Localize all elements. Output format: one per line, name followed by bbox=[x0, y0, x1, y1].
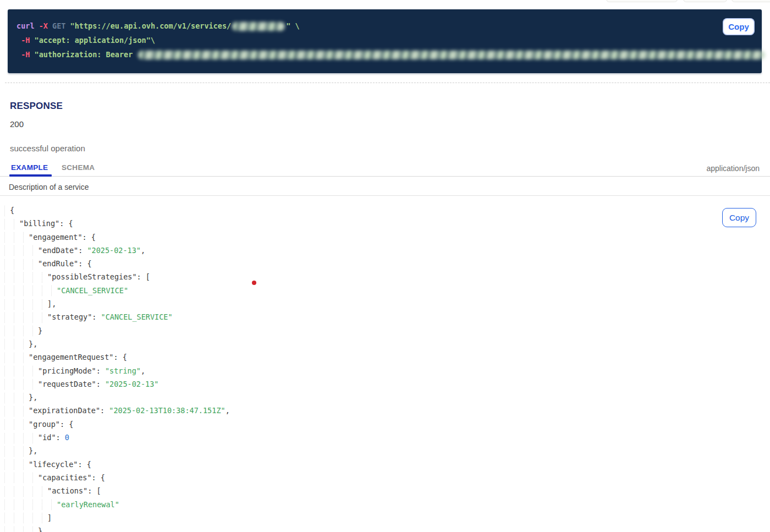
top-partial-button-3[interactable] bbox=[732, 0, 770, 2]
indent-guide bbox=[23, 312, 32, 323]
indent-guide bbox=[32, 379, 38, 390]
indent-guide bbox=[23, 406, 29, 416]
code-token: "capacities": { bbox=[38, 473, 105, 482]
indent-guide bbox=[23, 500, 32, 510]
code-token: "requestDate": bbox=[38, 380, 105, 388]
indent-guide bbox=[4, 446, 14, 457]
indent-guide bbox=[32, 312, 42, 323]
code-token: "group": { bbox=[29, 420, 73, 429]
indent-guide bbox=[32, 526, 38, 532]
indent-guide bbox=[32, 500, 42, 510]
code-line: "expirationDate": "2025-02-13T10:38:47.1… bbox=[4, 404, 770, 417]
code-token: }, bbox=[29, 339, 37, 348]
indent-guide bbox=[23, 366, 32, 376]
copy-response-button[interactable]: Copy bbox=[722, 208, 756, 227]
code-line: } bbox=[4, 524, 770, 532]
indent-guide bbox=[14, 500, 23, 510]
code-token: "https://eu.api.ovh.com/v1/services/ bbox=[70, 21, 232, 30]
indent-guide bbox=[32, 272, 42, 283]
code-line: } bbox=[4, 324, 770, 337]
indent-guide bbox=[14, 459, 23, 470]
code-token: -H bbox=[21, 36, 30, 45]
indent-guide bbox=[4, 219, 14, 229]
code-line: "pricingMode": "string", bbox=[4, 364, 770, 377]
code-line: }, bbox=[4, 391, 770, 404]
code-line: "group": { bbox=[4, 418, 770, 431]
code-line: "requestDate": "2025-02-13" bbox=[4, 377, 770, 391]
status-code: 200 bbox=[10, 119, 24, 129]
indent-guide bbox=[4, 366, 14, 376]
indent-guide bbox=[14, 232, 23, 243]
status-message: successful operation bbox=[10, 144, 85, 153]
tab-example[interactable]: EXAMPLE bbox=[11, 163, 48, 172]
indent-guide bbox=[23, 419, 29, 430]
indent-guide bbox=[4, 393, 14, 403]
indent-guide bbox=[23, 526, 32, 532]
code-token: "pricingMode": bbox=[38, 366, 105, 375]
copy-request-button[interactable]: Copy bbox=[723, 18, 755, 35]
indent-guide bbox=[42, 312, 47, 323]
code-token: "2025-02-13" bbox=[87, 246, 141, 255]
indent-guide bbox=[23, 379, 32, 390]
indent-guide bbox=[14, 353, 23, 363]
indent-guide bbox=[4, 433, 14, 443]
indent-guide bbox=[32, 486, 42, 497]
top-partial-button-2[interactable] bbox=[683, 0, 727, 2]
code-line: }, bbox=[4, 444, 770, 457]
code-line: "possibleStrategies": [ bbox=[4, 270, 770, 283]
indent-guide bbox=[32, 245, 38, 256]
indent-guide bbox=[4, 473, 14, 483]
indent-guide bbox=[32, 433, 38, 443]
code-line: }, bbox=[4, 337, 770, 350]
code-token: 0 bbox=[65, 433, 69, 442]
tab-schema[interactable]: SCHEMA bbox=[62, 163, 95, 172]
indent-guide bbox=[14, 379, 23, 390]
curl-command: curl -X GET "https://eu.api.ovh.com/v1/s… bbox=[8, 9, 762, 62]
indent-guide bbox=[14, 299, 23, 310]
indent-guide bbox=[23, 433, 32, 443]
indent-guide bbox=[4, 419, 14, 430]
indent-guide bbox=[51, 286, 57, 296]
indent-guide bbox=[23, 286, 32, 296]
indent-guide bbox=[4, 486, 14, 497]
indent-guide bbox=[4, 353, 14, 363]
indent-guide bbox=[42, 513, 47, 523]
indent-guide bbox=[14, 259, 23, 270]
indent-guide bbox=[23, 459, 29, 470]
code-token: -X bbox=[39, 21, 48, 30]
indent-guide bbox=[14, 433, 23, 443]
code-line: "CANCEL_SERVICE" bbox=[4, 284, 770, 297]
indent-guide bbox=[32, 473, 38, 483]
code-token: "2025-02-13T10:38:47.151Z" bbox=[109, 406, 225, 415]
indent-guide bbox=[14, 419, 23, 430]
indent-guide bbox=[23, 232, 29, 243]
code-line: "engagement": { bbox=[4, 231, 770, 244]
indent-guide bbox=[23, 339, 29, 349]
code-token: "earlyRenewal" bbox=[57, 500, 119, 509]
code-token: "endRule": { bbox=[38, 259, 92, 268]
indent-guide bbox=[4, 206, 10, 216]
indent-guide bbox=[42, 272, 47, 283]
code-token: }, bbox=[29, 446, 37, 455]
indent-guide bbox=[4, 299, 14, 310]
code-line: "strategy": "CANCEL_SERVICE" bbox=[4, 310, 770, 323]
indent-guide bbox=[23, 473, 32, 483]
code-token: ], bbox=[47, 299, 56, 308]
indent-guide bbox=[14, 366, 23, 376]
code-token: , bbox=[141, 366, 145, 375]
code-token: curl bbox=[16, 21, 35, 30]
content-type-label: application/json bbox=[706, 164, 760, 173]
example-description-row: Description of a service bbox=[0, 182, 770, 196]
code-line: "actions": [ bbox=[4, 484, 770, 497]
top-partial-button-1[interactable] bbox=[606, 0, 678, 2]
indent-guide bbox=[14, 473, 23, 483]
code-token: " \ bbox=[286, 21, 299, 30]
indent-guide bbox=[42, 299, 47, 310]
indent-guide bbox=[42, 486, 47, 497]
indent-guide bbox=[32, 513, 42, 523]
code-line: "engagementRequest": { bbox=[4, 350, 770, 364]
code-line: "lifecycle": { bbox=[4, 458, 770, 471]
indent-guide bbox=[32, 286, 42, 296]
indent-guide bbox=[14, 513, 23, 523]
code-token: , bbox=[226, 406, 230, 415]
